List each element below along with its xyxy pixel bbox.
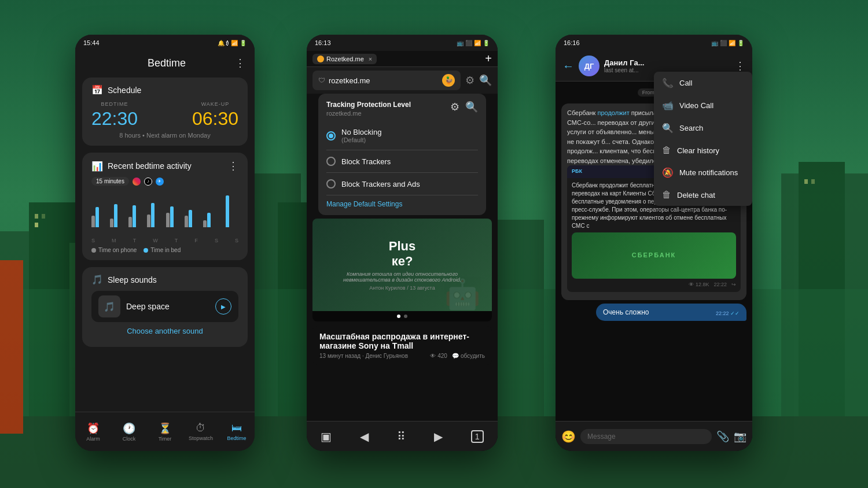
bedtime-block[interactable]: BEDTIME 22:30 xyxy=(91,101,138,130)
bar-phone xyxy=(110,219,113,227)
music-icon-box: 🎵 xyxy=(98,295,120,317)
news-meta: 13 минут назад · Денис Гурьянов 👁 420 💬 … xyxy=(319,353,485,359)
svg-rect-10 xyxy=(42,214,45,219)
clear-history-label: Clear history xyxy=(677,146,719,155)
emoji-button[interactable]: 😊 xyxy=(561,430,576,443)
nav-timer-label: Timer xyxy=(159,436,172,442)
shield-icon: 🛡 xyxy=(318,76,325,84)
activity-title: Recent bedtime activity xyxy=(108,161,192,171)
url-bar[interactable]: 🛡 rozetked.me 🦆 xyxy=(312,71,461,90)
tracking-option-block-trackers[interactable]: Block Trackers xyxy=(326,153,478,170)
nav-stopwatch[interactable]: ⏱ Stopwatch xyxy=(183,412,219,451)
call-label: Call xyxy=(679,79,692,87)
bar-bed xyxy=(95,207,99,227)
sleep-item[interactable]: 🎵 Deep space ▶ xyxy=(91,291,238,322)
no-blocking-label: No Blocking xyxy=(341,128,381,136)
news-item[interactable]: Масштабная распродажа в интернет-магазин… xyxy=(312,326,492,365)
activity-card: 📊 Recent bedtime activity ⋮ 15 minutes ♪… xyxy=(82,153,248,260)
nav-alarm[interactable]: ⏰ Alarm xyxy=(75,412,111,451)
search-label: Search xyxy=(679,124,703,132)
schedule-card: 📅 Schedule BEDTIME 22:30 WAKE-UP 06:30 8… xyxy=(82,77,248,146)
wakeup-block[interactable]: WAKE-UP 06:30 xyxy=(192,101,238,130)
news-stats: 👁 420 💬 обсудить xyxy=(430,353,485,359)
activity-more-button[interactable]: ⋮ xyxy=(228,160,238,172)
tracking-option-no-blocking[interactable]: No Blocking (Default) xyxy=(326,124,478,147)
carousel-dots xyxy=(312,311,492,321)
tab-count-button[interactable]: 1 xyxy=(471,430,484,443)
more-options-button[interactable]: ⋮ xyxy=(235,57,245,69)
status-bar-left: 15:44 🔔₿📶🔋 xyxy=(75,35,255,51)
dropdown-delete-chat[interactable]: 🗑 Delete chat xyxy=(654,184,752,206)
stopwatch-icon: ⏱ xyxy=(196,422,206,434)
alarm-icon: ⏰ xyxy=(87,422,100,435)
block-all-label: Block Trackers and Ads xyxy=(341,180,420,188)
tracking-settings-icon[interactable]: ⚙ xyxy=(450,101,459,113)
tab-close-button[interactable]: × xyxy=(369,56,372,62)
status-bar-right: 16:16 📺⬛📶🔋 xyxy=(556,35,752,51)
sound-name: Deep space xyxy=(126,302,209,311)
tracking-search-icon[interactable]: 🔍 xyxy=(465,101,478,113)
browser-tab[interactable]: Rozetked.me × xyxy=(312,54,377,64)
nav-bedtime[interactable]: 🛏 Bedtime xyxy=(219,412,255,451)
telegram-icon: ✈ xyxy=(156,178,164,186)
nav-timer[interactable]: ⏳ Timer xyxy=(147,412,183,451)
block-trackers-label: Block Trackers xyxy=(341,157,391,166)
play-button[interactable]: ▶ xyxy=(215,298,231,315)
legend-bed-label: Time in bed xyxy=(150,247,181,253)
contact-avatar: ДГ xyxy=(579,56,599,76)
attach-button[interactable]: 📎 xyxy=(716,430,729,443)
bar-group-t2 xyxy=(166,206,183,227)
legend-phone: Time on phone xyxy=(91,247,137,253)
nav-clock[interactable]: 🕐 Clock xyxy=(111,412,147,451)
article-title: Plusке? xyxy=(343,239,461,269)
dropdown-clear-history[interactable]: 🗑 Clear history xyxy=(654,139,752,161)
article-card[interactable]: Plusке? Компания отошла от идеи относите… xyxy=(312,219,492,321)
choose-sound-link[interactable]: Choose another sound xyxy=(91,327,238,335)
msg-input-bar: 😊 Message 📎 📷 xyxy=(556,421,752,451)
nav-bedtime-label: Bedtime xyxy=(227,435,246,441)
manage-default-settings-link[interactable]: Manage Default Settings xyxy=(326,200,478,208)
bar-group-t1 xyxy=(128,205,145,227)
status-time-center: 16:13 xyxy=(315,39,331,46)
dropdown-call[interactable]: 📞 Call xyxy=(654,72,752,94)
share-icon[interactable]: ↪ xyxy=(731,281,736,289)
forward-button[interactable]: ▶ xyxy=(434,430,443,443)
search-icon[interactable]: 🔍 xyxy=(479,74,492,87)
chart-legend: Time on phone Time in bed xyxy=(91,247,238,253)
sleep-sounds-icon: 🎵 xyxy=(91,274,103,285)
sberbank-image: СБЕРБАНК xyxy=(572,232,736,279)
legend-bed-dot xyxy=(144,248,148,253)
dropdown-mute[interactable]: 🔕 Mute notifications xyxy=(654,161,752,184)
bedtime-title: Bedtime xyxy=(98,57,235,69)
news-author: Денис Гурьянов xyxy=(366,353,408,359)
new-tab-button[interactable]: + xyxy=(485,52,492,65)
back-button[interactable]: ◀ xyxy=(360,430,369,443)
camera-button[interactable]: 📷 xyxy=(734,430,746,443)
dropdown-search[interactable]: 🔍 Search xyxy=(654,117,752,139)
day-t1: T xyxy=(133,238,137,243)
home-button[interactable]: ⠿ xyxy=(397,430,406,443)
bar-bed xyxy=(189,210,192,227)
instagram-icon xyxy=(133,178,141,186)
day-w: W xyxy=(153,238,158,243)
sent-time-value: 22:22 xyxy=(716,310,729,316)
browser-content: Plusке? Компания отошла от идеи относите… xyxy=(307,219,498,451)
nav-clock-label: Clock xyxy=(123,436,136,442)
more-options-msg-button[interactable]: ⋮ xyxy=(735,60,745,72)
android-figure: 🤖 xyxy=(444,278,480,311)
dropdown-video-call[interactable]: 📹 Video Call xyxy=(654,94,752,117)
schedule-title: Schedule xyxy=(108,86,141,95)
message-input[interactable]: Message xyxy=(580,429,712,444)
article-author: Антон Курилов / 13 августа xyxy=(343,285,461,291)
tabs-button[interactable]: ▣ xyxy=(321,430,332,443)
tracking-option-block-all[interactable]: Block Trackers and Ads xyxy=(326,175,478,193)
activity-icon: 📊 xyxy=(91,161,103,172)
settings-icon[interactable]: ⚙ xyxy=(465,74,475,87)
back-button-msg[interactable]: ← xyxy=(562,60,574,73)
dropdown-menu: 📞 Call 📹 Video Call 🔍 Search 🗑 Clear his… xyxy=(654,72,752,206)
badge-label: 15 minutes xyxy=(96,178,124,184)
nav-alarm-label: Alarm xyxy=(86,436,100,442)
bar-group-s1 xyxy=(91,207,108,227)
schedule-icon: 📅 xyxy=(91,84,103,95)
mute-label: Mute notifications xyxy=(679,168,738,177)
